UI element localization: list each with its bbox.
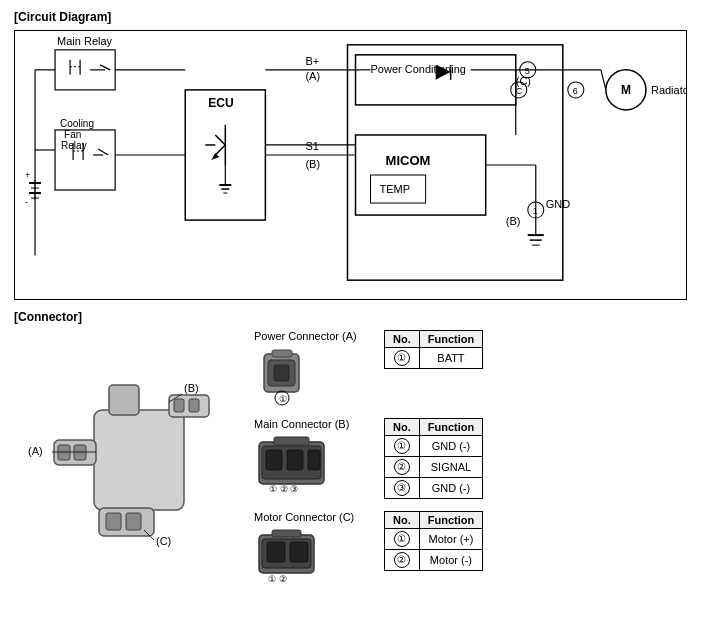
power-connector-block: Power Connector (A) (254, 330, 687, 408)
svg-rect-81 (94, 410, 184, 510)
table-row: ② SIGNAL (385, 457, 483, 478)
main-table-no-header: No. (385, 419, 420, 436)
svg-text:1: 1 (533, 206, 538, 216)
svg-rect-114 (290, 542, 308, 562)
main-pin-2-no: ② (385, 457, 420, 478)
svg-text:Cooling: Cooling (60, 118, 94, 129)
svg-rect-0 (55, 50, 115, 90)
svg-line-31 (215, 145, 225, 155)
svg-text:ECU: ECU (208, 96, 233, 110)
connector-tables: Power Connector (A) (254, 330, 687, 589)
table-row: ③ GND (-) (385, 478, 483, 499)
svg-text:Fan: Fan (64, 129, 81, 140)
power-pin-1-no: ① (385, 348, 420, 369)
main-table-func-header: Function (419, 419, 482, 436)
svg-text:S1: S1 (305, 140, 318, 152)
connector-device-image: (A) (B) (C) (14, 330, 244, 589)
motor-pin-1-func: Motor (+) (419, 529, 482, 550)
svg-rect-87 (174, 399, 184, 412)
svg-rect-106 (266, 450, 282, 470)
motor-connector-img: ① ② (254, 527, 374, 589)
power-connector-label: Power Connector (A) (254, 330, 374, 342)
power-table-func-header: Function (419, 331, 482, 348)
main-connector-table: No. Function ① GND (-) ② SIGNAL ③ (384, 418, 483, 499)
svg-rect-82 (109, 385, 139, 415)
table-row: ① BATT (385, 348, 483, 369)
motor-pin-2-no: ② (385, 550, 420, 571)
svg-rect-90 (106, 513, 121, 530)
svg-rect-109 (274, 437, 309, 445)
svg-text:①   ②: ① ② (268, 574, 287, 584)
main-pin-3-func: GND (-) (419, 478, 482, 499)
device-svg: (A) (B) (C) (14, 330, 244, 570)
power-pin-1-func: BATT (419, 348, 482, 369)
svg-rect-91 (126, 513, 141, 530)
svg-line-6 (100, 65, 110, 70)
main-connector-label: Main Connector (B) (254, 418, 374, 430)
svg-rect-113 (267, 542, 285, 562)
svg-text:M: M (621, 83, 631, 97)
connector-title: [Connector] (14, 310, 687, 324)
svg-text:①: ① (279, 394, 287, 404)
svg-rect-115 (272, 530, 301, 537)
main-pin-1-func: GND (-) (419, 436, 482, 457)
circuit-svg: Main Relay Cooling Fan Relay + (15, 31, 686, 299)
svg-text:(B): (B) (305, 158, 320, 170)
svg-text:B+: B+ (305, 55, 319, 67)
svg-text:Main Relay: Main Relay (57, 35, 113, 47)
table-row: ① GND (-) (385, 436, 483, 457)
power-table-no-header: No. (385, 331, 420, 348)
svg-rect-107 (287, 450, 303, 470)
svg-text:(B): (B) (184, 382, 199, 394)
page-container: [Circuit Diagram] Main Relay Cooling Fan… (0, 0, 701, 640)
svg-text:(A): (A) (305, 70, 320, 82)
power-connector-img: ① (254, 346, 309, 408)
table-row: ① Motor (+) (385, 529, 483, 550)
svg-text:(C): (C) (156, 535, 171, 547)
svg-text:(B): (B) (506, 215, 521, 227)
svg-text:MICOM: MICOM (386, 153, 431, 168)
svg-text:+: + (25, 170, 30, 180)
connector-section: (A) (B) (C) Power Connector (A) (14, 330, 687, 589)
main-connector-block: Main Connector (B) (254, 418, 687, 501)
svg-marker-33 (211, 153, 219, 160)
power-connector-table: No. Function ① BATT (384, 330, 483, 369)
motor-table-func-header: Function (419, 512, 482, 529)
main-pin-2-func: SIGNAL (419, 457, 482, 478)
svg-text:GND: GND (546, 198, 571, 210)
svg-rect-101 (272, 350, 292, 357)
svg-text:① ② ③: ① ② ③ (269, 484, 298, 494)
svg-rect-85 (74, 445, 86, 460)
motor-table-no-header: No. (385, 512, 420, 529)
svg-rect-108 (308, 450, 320, 470)
main-pin-3-no: ③ (385, 478, 420, 499)
svg-text:6: 6 (573, 86, 578, 96)
svg-rect-88 (189, 399, 199, 412)
svg-text:Power Conditioning: Power Conditioning (371, 63, 466, 75)
svg-rect-84 (58, 445, 70, 460)
motor-pin-1-no: ① (385, 529, 420, 550)
circuit-diagram-title: [Circuit Diagram] (14, 10, 687, 24)
svg-line-30 (215, 135, 225, 145)
svg-text:Radiator Motor: Radiator Motor (651, 84, 686, 96)
motor-connector-table: No. Function ① Motor (+) ② Motor (-) (384, 511, 483, 571)
table-row: ② Motor (-) (385, 550, 483, 571)
svg-rect-100 (274, 365, 289, 381)
main-pin-1-no: ① (385, 436, 420, 457)
svg-text:-: - (25, 197, 28, 207)
motor-connector-label: Motor Connector (C) (254, 511, 374, 523)
svg-line-66 (601, 70, 606, 90)
svg-text:(A): (A) (28, 445, 43, 457)
svg-text:TEMP: TEMP (380, 183, 411, 195)
svg-text:C: C (516, 86, 523, 96)
svg-text:5: 5 (525, 66, 530, 76)
main-connector-img: ① ② ③ (254, 434, 374, 501)
circuit-diagram: Main Relay Cooling Fan Relay + (14, 30, 687, 300)
motor-pin-2-func: Motor (-) (419, 550, 482, 571)
motor-connector-block: Motor Connector (C) ① ② (254, 511, 687, 589)
svg-line-15 (98, 149, 108, 155)
